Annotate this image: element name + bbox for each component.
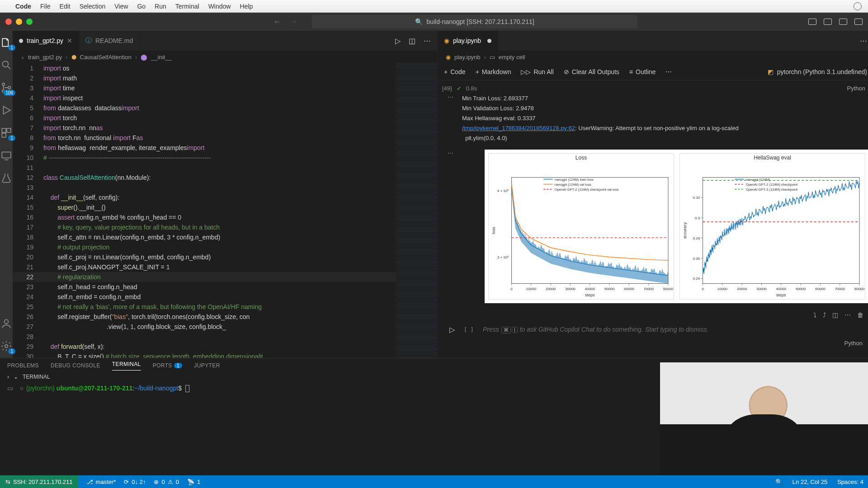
cell-exec-meta: [49] ✓ 0.8s Python xyxy=(442,83,868,94)
panel-bottom-icon[interactable] xyxy=(824,19,832,25)
cursor-position[interactable]: Ln 22, Col 25 xyxy=(793,479,827,485)
close-window-icon[interactable] xyxy=(5,19,12,25)
crumb-class[interactable]: CausalSelfAttention xyxy=(80,54,132,61)
cell-collapse-icon[interactable]: ⋯ xyxy=(442,94,458,143)
indentation[interactable]: Spaces: 4 xyxy=(837,479,863,485)
copilot-hint: Press ⌘I to ask GitHub Copilot Chat to d… xyxy=(483,323,864,336)
outline-button[interactable]: ≡Outline xyxy=(629,68,656,75)
clear-outputs-button[interactable]: ⊘Clear All Outputs xyxy=(564,68,619,75)
cell-collapse-icon[interactable]: ⋯ xyxy=(442,143,458,156)
svg-point-8 xyxy=(5,319,9,324)
delete-cell-icon[interactable]: 🗑 xyxy=(857,311,863,319)
panel-tab-problems[interactable]: PROBLEMS xyxy=(7,362,39,369)
git-sync[interactable]: ⟳0↓ 2↑ xyxy=(124,479,146,485)
more-actions-icon[interactable]: ⋯ xyxy=(424,37,431,45)
source-control-icon[interactable]: 106 xyxy=(0,81,13,94)
split-cell-icon[interactable]: ◫ xyxy=(832,311,838,319)
code-content[interactable]: import osimport mathimport timeimport in… xyxy=(43,63,396,358)
run-debug-icon[interactable] xyxy=(0,104,13,117)
layout-icon[interactable] xyxy=(854,19,863,25)
menu-help[interactable]: Help xyxy=(240,3,253,10)
notebook-breadcrumb[interactable]: ◉ play.ipynb › ▭ empty cell xyxy=(438,51,868,63)
svg-text:30000: 30000 xyxy=(565,287,576,291)
testing-icon[interactable] xyxy=(0,172,13,184)
terminal-split-icon[interactable]: ▭ xyxy=(7,385,13,392)
editor-group-right: ◉ play.ipynb ⋯ ◉ play.ipynb › ▭ empty ce… xyxy=(438,31,868,358)
account-icon[interactable] xyxy=(0,317,13,330)
svg-rect-4 xyxy=(2,128,6,132)
menu-go[interactable]: Go xyxy=(137,3,146,10)
crumb-method[interactable]: __init__ xyxy=(151,54,172,61)
add-markdown-button[interactable]: +Markdown xyxy=(476,68,511,75)
cell-lang-picker[interactable]: Python xyxy=(844,340,863,347)
panel-tab-debug[interactable]: DEBUG CONSOLE xyxy=(51,362,100,369)
run-file-icon[interactable]: ▷ xyxy=(395,37,401,45)
app-name[interactable]: Code xyxy=(15,3,31,10)
chart-title: Loss xyxy=(489,154,674,162)
crumb-file[interactable]: train_gpt2.py xyxy=(28,54,62,61)
extensions-icon[interactable]: 1 xyxy=(0,127,13,139)
svg-text:nanogpt (124M): nanogpt (124M) xyxy=(746,178,770,182)
terminal-label: TERMINAL xyxy=(23,374,50,380)
prompt-path: ~/build-nanogpt xyxy=(134,385,178,392)
panel-left-icon[interactable] xyxy=(808,19,816,25)
close-tab-icon[interactable]: ✕ xyxy=(67,37,72,44)
chevron-down-icon[interactable]: ⌄ xyxy=(14,374,18,380)
menu-run[interactable]: Run xyxy=(155,3,166,10)
svg-rect-5 xyxy=(7,128,11,132)
zoom-window-icon[interactable] xyxy=(26,19,33,25)
more-icon[interactable]: ⋯ xyxy=(665,68,672,75)
tab-train-gpt2[interactable]: train_gpt2.py ✕ xyxy=(13,31,79,51)
panel-tab-ports[interactable]: PORTS1 xyxy=(153,362,183,369)
menu-edit[interactable]: Edit xyxy=(60,3,71,10)
git-branch[interactable]: ⎇master* xyxy=(86,479,116,485)
panel-right-icon[interactable] xyxy=(839,19,847,25)
empty-code-cell[interactable]: ▷ [ ] Press ⌘I to ask GitHub Copilot Cha… xyxy=(442,320,868,339)
notebook-body[interactable]: [49] ✓ 0.8s Python ⋯ Min Train Loss: 2.6… xyxy=(438,80,868,358)
kernel-picker[interactable]: pytorchn (Python 3.1.undefined) xyxy=(777,68,867,75)
search-nav-icon[interactable] xyxy=(0,59,13,71)
settings-gear-icon[interactable]: 1 xyxy=(0,340,13,352)
nav-forward-icon[interactable]: → xyxy=(289,17,297,27)
menu-window[interactable]: Window xyxy=(208,3,231,10)
crumb-file[interactable]: play.ipynb xyxy=(454,54,481,61)
prompt-host: ubuntu@207-211-170-211 xyxy=(57,385,133,392)
clock-icon[interactable] xyxy=(854,2,862,10)
problems-status[interactable]: ⊗0 ⚠0 xyxy=(154,479,179,485)
more-actions-icon[interactable]: ⋯ xyxy=(860,37,867,45)
tab-play-ipynb[interactable]: ◉ play.ipynb xyxy=(438,31,498,51)
breadcrumb[interactable]: ⬨ train_gpt2.py › ⬢ CausalSelfAttention … xyxy=(13,51,437,63)
panel-tab-terminal[interactable]: TERMINAL xyxy=(112,361,141,371)
run-by-line-icon[interactable]: ⤵ xyxy=(813,311,816,319)
svg-point-0 xyxy=(2,61,8,67)
chevron-right-icon[interactable]: › xyxy=(7,374,9,380)
execute-above-icon[interactable]: ⤴ xyxy=(823,311,826,319)
ports-status[interactable]: 📡1 xyxy=(187,479,200,485)
menu-selection[interactable]: Selection xyxy=(80,3,106,10)
more-cell-icon[interactable]: ⋯ xyxy=(844,311,851,319)
menu-view[interactable]: View xyxy=(114,3,128,10)
explorer-icon[interactable]: 1 xyxy=(0,36,13,49)
warning-link[interactable]: /tmp/ipykernel_1786384/2018569128.py:62 xyxy=(462,125,575,131)
remote-explorer-icon[interactable] xyxy=(0,149,13,162)
command-center[interactable]: 🔍 build-nanogpt [SSH: 207.211.170.211] xyxy=(312,15,637,28)
clear-icon: ⊘ xyxy=(564,68,569,75)
run-cell-icon[interactable]: ▷ xyxy=(447,325,458,334)
zoom-icon[interactable]: 🔍 xyxy=(775,479,783,485)
run-all-button[interactable]: ▷▷Run All xyxy=(521,68,553,75)
panel-tab-jupyter[interactable]: JUPYTER xyxy=(194,362,220,369)
activity-bar: 1 106 1 xyxy=(0,31,13,358)
tab-readme[interactable]: ⓘ README.md xyxy=(79,31,140,51)
traffic-lights[interactable] xyxy=(5,19,33,25)
menu-terminal[interactable]: Terminal xyxy=(175,3,199,10)
nav-back-icon[interactable]: ← xyxy=(273,17,281,27)
minimap[interactable] xyxy=(396,63,437,358)
code-editor[interactable]: 1234567891011121314151617181920212223242… xyxy=(13,63,437,358)
modified-dot-icon xyxy=(19,39,23,43)
crumb-cell[interactable]: empty cell xyxy=(499,54,525,61)
minimize-window-icon[interactable] xyxy=(16,19,22,25)
menu-file[interactable]: File xyxy=(40,3,51,10)
split-editor-icon[interactable]: ◫ xyxy=(409,37,415,45)
remote-indicator[interactable]: ⇆SSH: 207.211.170.211 xyxy=(0,475,78,488)
add-code-button[interactable]: +Code xyxy=(444,68,466,75)
